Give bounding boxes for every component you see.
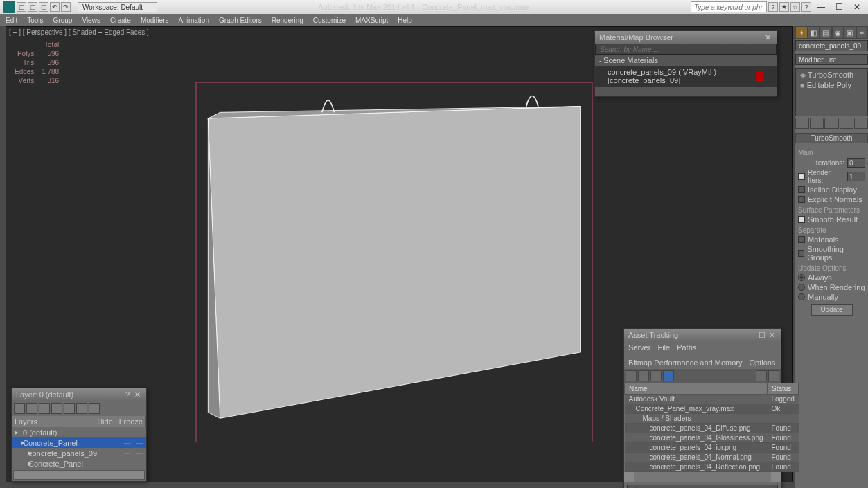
scene-materials-header[interactable]: - Scene Materials [595,55,777,66]
undo-icon[interactable]: ↶ [50,2,60,12]
update-always-radio[interactable] [798,274,805,281]
asset-tb4-icon[interactable] [663,370,674,381]
col-hide[interactable]: Hide [94,416,116,427]
help2-icon[interactable]: ? [801,2,811,12]
config-mod-icon[interactable] [854,118,868,129]
sep-materials-checkbox[interactable] [798,236,805,243]
workspace-dropdown[interactable]: Workspace: Default [78,2,157,12]
asset-row[interactable]: Maps / Shaders [625,414,799,424]
maximize-button[interactable]: ☐ [831,1,847,12]
star2-icon[interactable]: ☆ [790,2,800,12]
asset-col-status[interactable]: Status [768,383,799,395]
asset-scroll-right-icon[interactable] [771,472,781,482]
material-browser-close-icon[interactable]: ✕ [763,33,772,42]
smooth-result-checkbox[interactable] [798,216,805,223]
tab-modify-icon[interactable]: ◧ [808,26,820,39]
asset-tb1-icon[interactable] [626,370,637,381]
menu-edit[interactable]: Edit [6,17,17,24]
layers-close-icon[interactable]: ✕ [132,390,142,399]
layer-row[interactable]: ▸concrete_panels_09— — [12,448,146,458]
asset-scrollbar[interactable] [634,472,771,482]
modifier-turbosmooth[interactable]: ◈ TurboSmooth [797,70,866,80]
tab-motion-icon[interactable]: ◉ [832,26,844,39]
asset-row[interactable]: Concrete_Panel_max_vray.maxOk [625,404,799,414]
asset-row[interactable]: concrete_panels_04_ior.pngFound [625,443,799,453]
menu-maxscript[interactable]: MAXScript [355,17,388,24]
layer-highlight-icon[interactable] [64,403,75,414]
save-icon[interactable]: ▢ [39,2,48,12]
explicit-normals-checkbox[interactable] [798,196,805,203]
sep-sg-checkbox[interactable] [798,250,804,257]
menu-customize[interactable]: Customize [313,17,346,24]
layer-add-icon[interactable] [39,403,50,414]
app-logo-icon[interactable] [3,1,15,13]
menu-group[interactable]: Group [53,17,73,24]
layer-row[interactable]: ▸0 (default)— — [12,427,146,437]
menu-modifiers[interactable]: Modifiers [141,17,169,24]
layers-help-icon[interactable]: ? [123,390,132,399]
rollout-title[interactable]: TurboSmooth [795,133,868,143]
asset-menu-file[interactable]: File [657,343,670,352]
help-search-input[interactable] [691,1,767,12]
tab-create-icon[interactable]: ✦ [795,26,808,39]
asset-menu-options[interactable]: Options [749,359,775,367]
isoline-checkbox[interactable] [798,186,805,193]
layer-row[interactable]: ▸Concrete_Panel— — [12,458,146,469]
tab-hierarchy-icon[interactable]: ▤ [820,26,832,39]
tab-display-icon[interactable]: ▣ [844,26,856,39]
asset-col-name[interactable]: Name [625,383,768,395]
asset-max-icon[interactable]: ☐ [757,331,767,340]
redo-icon[interactable]: ↷ [61,2,71,12]
asset-tb6-icon[interactable] [768,370,779,381]
close-button[interactable]: ✕ [849,1,865,12]
asset-tb2-icon[interactable] [638,370,649,381]
asset-row[interactable]: concrete_panels_04_Diffuse.pngFound [625,424,799,433]
menu-help[interactable]: Help [398,17,412,24]
show-end-icon[interactable] [810,118,824,129]
col-layers[interactable]: Layers [12,416,94,427]
layers-scrollbar[interactable] [13,470,145,480]
modifier-editablepoly[interactable]: ■ Editable Poly [797,80,866,90]
update-render-radio[interactable] [798,284,805,291]
layer-row[interactable]: ▸Concrete_Panel— — [12,437,146,448]
material-search-input[interactable] [595,44,777,55]
pin-stack-icon[interactable] [795,118,809,129]
asset-row[interactable]: concrete_panels_04_Reflection.pngFound [625,462,799,472]
update-manual-radio[interactable] [798,293,805,300]
asset-row[interactable]: concrete_panels_04_Glossiness.pngFound [625,433,799,443]
asset-menu-server[interactable]: Server [628,343,650,352]
col-freeze[interactable]: Freeze [116,416,146,427]
menu-rendering[interactable]: Rendering [272,17,303,24]
update-button[interactable]: Update [811,304,853,316]
minimize-button[interactable]: — [813,1,829,12]
material-item[interactable]: concrete_panels_09 ( VRayMtl ) [concrete… [595,66,777,87]
make-unique-icon[interactable] [824,118,838,129]
menu-tools[interactable]: Tools [27,17,43,24]
asset-row[interactable]: concrete_panels_04_Normal.pngFound [625,453,799,462]
layer-delete-icon[interactable] [26,403,37,414]
modifier-list-dropdown[interactable] [795,54,868,65]
asset-menu-paths[interactable]: Paths [677,343,696,352]
asset-menu-bitmap[interactable]: Bitmap Performance and Memory [628,359,742,367]
new-icon[interactable]: ▢ [17,2,26,12]
asset-scroll-left-icon[interactable] [624,472,634,482]
layer-freeze-icon[interactable] [89,403,100,414]
render-iters-spinner[interactable] [847,172,865,181]
tab-utilities-icon[interactable]: ✶ [856,26,869,39]
menu-create[interactable]: Create [110,17,131,24]
asset-tb3-icon[interactable] [650,370,662,381]
help-icon[interactable]: ? [768,2,778,12]
iterations-spinner[interactable] [847,158,865,168]
viewport-label[interactable]: [ + ] [ Perspective ] [ Shaded + Edged F… [9,28,149,36]
menu-grapheditors[interactable]: Graph Editors [219,17,262,24]
asset-close-icon[interactable]: ✕ [767,331,777,340]
layer-select-icon[interactable] [51,403,62,414]
menu-animation[interactable]: Animation [178,17,209,24]
render-iters-checkbox[interactable] [798,173,805,180]
asset-row[interactable]: Autodesk VaultLogged [625,395,799,404]
object-name-input[interactable] [795,40,868,51]
layer-hide-icon[interactable] [76,403,87,414]
star-icon[interactable]: ★ [779,2,789,12]
modifier-stack[interactable]: ◈ TurboSmooth ■ Editable Poly [795,68,868,116]
menu-views[interactable]: Views [82,17,100,24]
